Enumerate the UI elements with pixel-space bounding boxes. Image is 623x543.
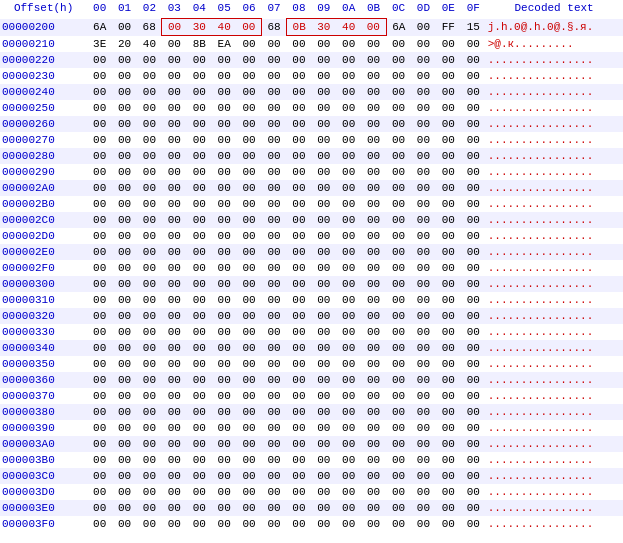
cell-byte: 00 <box>237 132 262 148</box>
cell-byte: 00 <box>262 52 287 68</box>
cell-byte: 00 <box>436 452 461 468</box>
cell-offset: 00000280 <box>0 148 87 164</box>
table-row: 0000025000000000000000000000000000000000… <box>0 100 623 116</box>
table-row: 0000035000000000000000000000000000000000… <box>0 356 623 372</box>
cell-byte: 00 <box>411 468 436 484</box>
cell-byte: 00 <box>311 228 336 244</box>
cell-byte: 00 <box>336 52 361 68</box>
cell-byte: 00 <box>187 132 212 148</box>
cell-byte: 00 <box>187 404 212 420</box>
cell-byte: 00 <box>361 180 386 196</box>
cell-byte: 40 <box>336 19 361 36</box>
table-row: 0000024000000000000000000000000000000000… <box>0 84 623 100</box>
cell-byte: 00 <box>112 420 137 436</box>
cell-byte: 00 <box>311 292 336 308</box>
table-row: 0000028000000000000000000000000000000000… <box>0 148 623 164</box>
cell-byte: 00 <box>336 164 361 180</box>
cell-offset: 00000260 <box>0 116 87 132</box>
cell-byte: 00 <box>187 308 212 324</box>
cell-byte: 00 <box>386 196 411 212</box>
cell-byte: 00 <box>361 292 386 308</box>
cell-byte: 00 <box>137 180 162 196</box>
table-row: 000003A000000000000000000000000000000000… <box>0 436 623 452</box>
cell-byte: 00 <box>336 260 361 276</box>
cell-byte: 00 <box>361 148 386 164</box>
cell-byte: 00 <box>286 260 311 276</box>
cell-byte: 00 <box>361 212 386 228</box>
cell-offset: 00000270 <box>0 132 87 148</box>
cell-byte: 00 <box>286 180 311 196</box>
cell-byte: 00 <box>212 292 237 308</box>
cell-byte: 00 <box>112 516 137 532</box>
cell-byte: 00 <box>212 516 237 532</box>
cell-byte: 00 <box>262 212 287 228</box>
cell-byte: 00 <box>187 468 212 484</box>
table-row: 0000031000000000000000000000000000000000… <box>0 292 623 308</box>
cell-byte: 00 <box>336 324 361 340</box>
cell-offset: 00000350 <box>0 356 87 372</box>
cell-byte: 00 <box>137 324 162 340</box>
cell-byte: 00 <box>436 468 461 484</box>
header-0d: 0D <box>411 0 436 19</box>
cell-byte: 00 <box>436 84 461 100</box>
cell-byte: 00 <box>112 276 137 292</box>
cell-byte: 00 <box>411 484 436 500</box>
cell-byte: 00 <box>162 276 187 292</box>
cell-byte: 00 <box>286 516 311 532</box>
cell-byte: 6A <box>386 19 411 36</box>
cell-byte: 00 <box>386 212 411 228</box>
cell-byte: 00 <box>212 484 237 500</box>
cell-byte: 00 <box>112 196 137 212</box>
table-row: 0000034000000000000000000000000000000000… <box>0 340 623 356</box>
cell-byte: 00 <box>461 260 486 276</box>
cell-byte: 00 <box>336 116 361 132</box>
header-00: 00 <box>87 0 112 19</box>
cell-byte: 00 <box>336 356 361 372</box>
cell-byte: 00 <box>436 180 461 196</box>
cell-byte: 00 <box>311 196 336 212</box>
cell-byte: 00 <box>262 196 287 212</box>
cell-byte: 00 <box>162 356 187 372</box>
cell-byte: 00 <box>311 372 336 388</box>
cell-byte: 00 <box>411 196 436 212</box>
cell-byte: 00 <box>361 484 386 500</box>
cell-byte: 00 <box>137 196 162 212</box>
cell-byte: 00 <box>162 292 187 308</box>
cell-byte: 00 <box>436 356 461 372</box>
cell-byte: 00 <box>386 100 411 116</box>
cell-byte: 00 <box>87 164 112 180</box>
cell-byte: 00 <box>436 100 461 116</box>
cell-byte: 00 <box>411 292 436 308</box>
cell-offset: 00000220 <box>0 52 87 68</box>
cell-byte: 00 <box>262 468 287 484</box>
cell-byte: 00 <box>87 100 112 116</box>
cell-byte: 00 <box>112 180 137 196</box>
cell-byte: 00 <box>237 276 262 292</box>
cell-byte: 00 <box>212 84 237 100</box>
cell-byte: 00 <box>336 372 361 388</box>
cell-byte: 00 <box>336 148 361 164</box>
cell-byte: 00 <box>187 212 212 228</box>
cell-byte: 00 <box>237 180 262 196</box>
cell-byte: 00 <box>311 180 336 196</box>
cell-byte: 00 <box>162 180 187 196</box>
cell-offset: 000003B0 <box>0 452 87 468</box>
cell-byte: 00 <box>411 276 436 292</box>
cell-byte: 00 <box>361 372 386 388</box>
cell-byte: 00 <box>162 148 187 164</box>
cell-byte: 00 <box>361 84 386 100</box>
cell-offset: 00000380 <box>0 404 87 420</box>
cell-byte: 00 <box>237 260 262 276</box>
cell-byte: 00 <box>336 84 361 100</box>
cell-byte: 00 <box>237 100 262 116</box>
cell-byte: 00 <box>411 84 436 100</box>
cell-byte: 00 <box>87 340 112 356</box>
cell-byte: 00 <box>212 212 237 228</box>
cell-decoded: j.h.0@.h.0@.§.я. <box>486 19 623 36</box>
cell-byte: 00 <box>237 164 262 180</box>
cell-byte: 00 <box>461 372 486 388</box>
cell-byte: 00 <box>187 372 212 388</box>
cell-byte: 00 <box>87 244 112 260</box>
cell-byte: 00 <box>336 68 361 84</box>
cell-byte: 00 <box>286 356 311 372</box>
